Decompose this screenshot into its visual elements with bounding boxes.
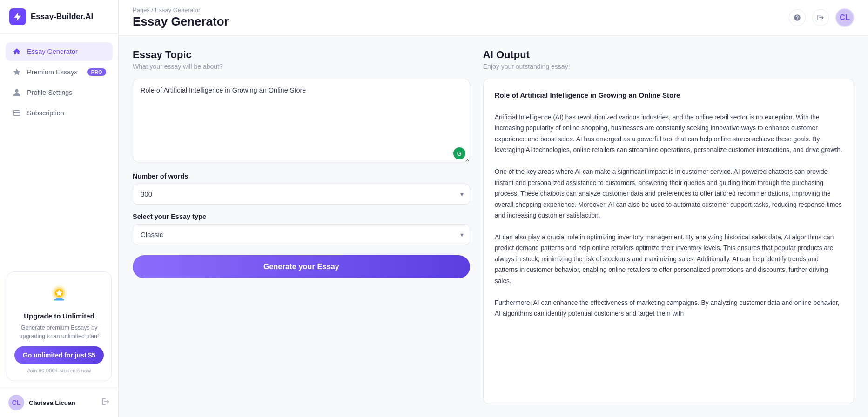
essay-topic-subtitle: What your essay will be about?: [133, 63, 470, 70]
ai-output-panel: AI Output Enjoy your outstanding essay! …: [483, 49, 854, 404]
help-button[interactable]: [789, 9, 806, 26]
topbar-actions: CL: [789, 8, 854, 27]
content-area: Essay Topic What your essay will be abou…: [119, 36, 868, 417]
sidebar-item-subscription[interactable]: Subscription: [6, 104, 113, 122]
sidebar-nav: Essay Generator Premium Essays PRO Profi…: [0, 34, 118, 267]
page-title: Essay Generator: [133, 14, 229, 29]
nav-label-premium-essays: Premium Essays: [27, 68, 78, 76]
output-nbsp-3: [495, 221, 842, 232]
logo-icon: [9, 8, 26, 25]
upgrade-desc: Generate premium Essays by upgrading to …: [14, 324, 104, 341]
topbar-left: Pages / Essay Generator Essay Generator: [133, 7, 229, 29]
words-select[interactable]: 100 200 300 400 500: [133, 184, 470, 205]
essay-topic-panel: Essay Topic What your essay will be abou…: [133, 49, 470, 404]
nav-label-essay-generator: Essay Generator: [27, 48, 78, 55]
output-nbsp-2: [495, 156, 842, 166]
home-icon: [12, 47, 21, 56]
star-icon: [12, 67, 21, 77]
sidebar-logo: Essay-Builder.AI: [0, 0, 118, 34]
breadcrumb-separator: /: [152, 7, 155, 13]
topbar-avatar[interactable]: CL: [835, 8, 854, 27]
sidebar-item-premium-essays[interactable]: Premium Essays PRO: [6, 63, 113, 81]
person-icon: [12, 88, 21, 97]
words-label: Number of words: [133, 172, 470, 180]
logo-text: Essay-Builder.AI: [31, 12, 93, 21]
footer-username: Clarissa Licuan: [29, 399, 97, 406]
upgrade-title: Upgrade to Unlimited: [24, 312, 94, 320]
nav-label-profile-settings: Profile Settings: [27, 89, 73, 96]
avatar: CL: [8, 395, 24, 410]
sidebar-item-essay-generator[interactable]: Essay Generator: [6, 42, 113, 61]
sidebar-item-profile-settings[interactable]: Profile Settings: [6, 83, 113, 102]
card-icon: [12, 108, 21, 118]
logout-topbar-button[interactable]: [812, 9, 829, 26]
generate-button[interactable]: Generate your Essay: [133, 255, 470, 278]
ai-output-box: Role of Artificial Intelligence in Growi…: [483, 79, 854, 404]
output-para-1: Artificial Intelligence (AI) has revolut…: [495, 112, 842, 156]
essay-textarea-wrapper: Role of Artificial Intelligence in Growi…: [133, 79, 470, 164]
essay-type-select-wrapper: Classic Academic Creative Argumentative …: [133, 224, 470, 245]
breadcrumb-current: Essay Generator: [155, 7, 201, 13]
upgrade-sub-label: Join 80,000+ students now: [27, 368, 91, 373]
sidebar: Essay-Builder.AI Essay Generator Premium…: [0, 0, 119, 417]
breadcrumb-pages: Pages: [133, 7, 150, 13]
essay-type-label: Select your Essay type: [133, 213, 470, 220]
output-essay-title: Role of Artificial Intelligence in Growi…: [495, 89, 842, 101]
essay-topic-input[interactable]: Role of Artificial Intelligence in Growi…: [133, 79, 470, 162]
output-nbsp-4: [495, 286, 842, 297]
upgrade-button[interactable]: Go unlimited for just $5: [14, 346, 104, 364]
output-nbsp-1: [495, 101, 842, 112]
logout-icon[interactable]: [101, 397, 110, 408]
svg-rect-4: [54, 299, 64, 300]
svg-rect-3: [56, 298, 62, 299]
output-para-3: AI can also play a crucial role in optim…: [495, 232, 842, 286]
ai-output-subtitle: Enjoy your outstanding essay!: [483, 63, 854, 70]
ai-output-title: AI Output: [483, 49, 854, 61]
breadcrumb: Pages / Essay Generator: [133, 7, 229, 13]
topbar: Pages / Essay Generator Essay Generator …: [119, 0, 868, 36]
main-area: Pages / Essay Generator Essay Generator …: [119, 0, 868, 417]
nav-label-subscription: Subscription: [27, 109, 64, 117]
sidebar-footer: CL Clarissa Licuan: [0, 388, 118, 417]
essay-type-select[interactable]: Classic Academic Creative Argumentative: [133, 224, 470, 245]
pro-badge: PRO: [87, 68, 106, 76]
essay-topic-title: Essay Topic: [133, 49, 470, 61]
grammarly-icon: G: [453, 147, 465, 159]
upgrade-card: Upgrade to Unlimited Generate premium Es…: [7, 271, 112, 382]
trophy-icon: [47, 281, 72, 306]
words-select-wrapper: 100 200 300 400 500 ▾: [133, 184, 470, 205]
output-para-4: Furthermore, AI can enhance the effectiv…: [495, 298, 842, 319]
output-para-2: One of the key areas where AI can make a…: [495, 166, 842, 221]
